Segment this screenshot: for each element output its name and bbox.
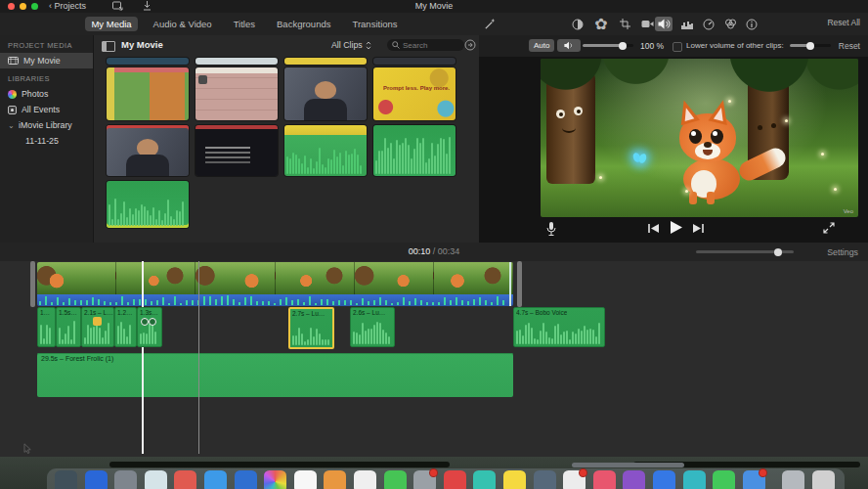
dock-icon[interactable] xyxy=(114,470,137,489)
audio-clip[interactable]: 1.2… xyxy=(114,307,137,347)
tab-titles[interactable]: Titles xyxy=(228,17,261,31)
auto-volume-button[interactable]: Auto xyxy=(529,39,554,52)
dock-icon[interactable] xyxy=(384,470,407,489)
timeline-settings-button[interactable]: Settings xyxy=(827,247,858,257)
background-music-clip[interactable]: 29.5s – Forest Frolic (1) xyxy=(37,353,513,397)
dock-icon[interactable] xyxy=(743,470,765,489)
notification-badge xyxy=(429,468,438,477)
sidebar-item-photos[interactable]: Photos xyxy=(0,86,93,102)
media-thumbnail-audio-yellow[interactable] xyxy=(284,125,367,176)
media-thumbnail-webcam[interactable] xyxy=(284,67,367,120)
dock-icon[interactable] xyxy=(264,470,286,489)
dock-icon[interactable] xyxy=(235,470,257,489)
enhance-wand-icon[interactable] xyxy=(481,17,499,31)
sidebar-item-all-events[interactable]: All Events xyxy=(0,102,93,117)
project-icon xyxy=(8,57,19,65)
dock-icon[interactable] xyxy=(782,470,804,489)
timeline[interactable]: 29.5s – Forest Frolic (1) 1…1.5s…2.1s – … xyxy=(0,261,868,457)
audio-clip[interactable]: 2.1s – L… xyxy=(81,307,114,347)
audio-clip[interactable]: 1.3s… xyxy=(137,307,162,347)
media-tabs: My Media Audio & Video Titles Background… xyxy=(83,13,406,35)
crop-icon[interactable] xyxy=(616,17,633,31)
tab-backgrounds[interactable]: Backgrounds xyxy=(271,17,336,31)
previous-frame-icon[interactable] xyxy=(647,223,660,234)
dock-icon[interactable] xyxy=(444,470,466,489)
reset-all-button[interactable]: Reset All xyxy=(827,18,860,27)
dock-icon[interactable] xyxy=(503,470,526,489)
play-icon[interactable] xyxy=(669,220,683,235)
info-icon[interactable] xyxy=(743,17,760,31)
volume-icon[interactable] xyxy=(655,17,673,31)
lower-volume-checkbox[interactable] xyxy=(673,42,682,52)
microphone-icon[interactable] xyxy=(545,221,557,237)
video-clip-filmstrip[interactable] xyxy=(37,262,513,294)
volume-slider[interactable] xyxy=(583,44,633,47)
dock-icon[interactable] xyxy=(413,470,436,489)
dock-icon[interactable] xyxy=(85,470,108,489)
notification-badge xyxy=(579,468,587,477)
dock-icon[interactable] xyxy=(812,470,835,489)
color-filters-icon[interactable] xyxy=(721,17,739,31)
next-frame-icon[interactable] xyxy=(692,223,705,234)
dock-icon[interactable] xyxy=(204,470,227,489)
media-thumbnail-promo[interactable]: Prompt less. Play more. xyxy=(373,67,456,120)
tab-audio-video[interactable]: Audio & Video xyxy=(148,17,218,31)
sidebar-item-imovie-library[interactable]: ⌄ iMovie Library xyxy=(0,117,93,133)
media-thumbnail-partial[interactable] xyxy=(107,58,189,65)
noise-reduction-icon[interactable] xyxy=(678,17,696,31)
audio-clip-label: 1.2… xyxy=(117,309,133,316)
media-thumbnail-audio-tall[interactable] xyxy=(373,125,456,176)
timeline-zoom-slider[interactable] xyxy=(696,250,794,253)
trim-handle-left[interactable] xyxy=(30,261,35,307)
sidebar-item-my-movie[interactable]: My Movie xyxy=(0,53,93,68)
media-thumbnail-partial[interactable] xyxy=(284,58,367,65)
top-toolbar: My Media Audio & Video Titles Background… xyxy=(0,13,868,36)
media-thumbnail-partial[interactable] xyxy=(195,58,278,65)
color-balance-icon[interactable] xyxy=(569,17,586,31)
media-thumbnail-terminal[interactable] xyxy=(195,125,278,176)
dock-icon[interactable] xyxy=(174,470,196,489)
dock-icon[interactable] xyxy=(324,470,346,489)
volume-adjust-bar: Auto 100 % Lower volume of other clips: … xyxy=(479,35,868,58)
stabilization-icon[interactable] xyxy=(638,17,656,31)
trim-handle-right[interactable] xyxy=(517,261,522,307)
audio-clip[interactable]: 1.5s… xyxy=(56,307,81,347)
tab-my-media[interactable]: My Media xyxy=(85,17,137,31)
dock-icon[interactable] xyxy=(55,470,77,489)
media-thumbnail-webcam-rec[interactable] xyxy=(107,125,189,176)
playhead[interactable] xyxy=(142,261,144,454)
lower-volume-slider[interactable] xyxy=(790,44,831,47)
sidebar-item-11-11-25[interactable]: 11-11-25 xyxy=(0,133,93,149)
color-correction-icon[interactable]: ✿ xyxy=(592,17,610,31)
audio-clip[interactable]: 1… xyxy=(37,307,56,347)
fade-handle-right[interactable] xyxy=(149,318,156,326)
dock-icon[interactable] xyxy=(683,470,706,489)
video-preview[interactable]: Veo xyxy=(541,59,858,217)
audio-clip[interactable]: 2.7s – Lu… xyxy=(288,307,334,349)
dock-icon[interactable] xyxy=(354,470,376,489)
fade-handle-left[interactable] xyxy=(141,318,149,326)
media-thumbnail-document[interactable] xyxy=(195,67,278,120)
reset-button[interactable]: Reset xyxy=(839,41,860,51)
dock-icon[interactable] xyxy=(294,470,317,489)
audio-clip[interactable]: 2.6s – Lu… xyxy=(350,307,395,347)
media-thumbnail-audio-wave[interactable] xyxy=(107,181,189,228)
dock-icon[interactable] xyxy=(534,470,556,489)
speed-icon[interactable] xyxy=(700,17,717,31)
video-clip-audio-track[interactable] xyxy=(37,294,513,306)
media-thumbnail-partial[interactable] xyxy=(373,58,456,65)
media-thumbnail-fox-grid[interactable] xyxy=(107,67,189,120)
dock-icon[interactable] xyxy=(713,470,735,489)
dock-icon[interactable] xyxy=(473,470,496,489)
dock-icon[interactable] xyxy=(653,470,675,489)
audio-clip[interactable]: 4.7s – Bobo Voice xyxy=(513,307,605,347)
tab-transitions[interactable]: Transitions xyxy=(346,17,403,31)
fullscreen-icon[interactable] xyxy=(823,222,835,234)
dock-icon[interactable] xyxy=(145,470,167,489)
audio-clip-label: 1.3s… xyxy=(140,309,158,316)
dock-icon[interactable] xyxy=(563,470,586,489)
dock-icon[interactable] xyxy=(593,470,616,489)
mute-button[interactable] xyxy=(557,39,581,52)
chevron-down-icon[interactable]: ⌄ xyxy=(8,121,14,130)
dock-icon[interactable] xyxy=(623,470,645,489)
